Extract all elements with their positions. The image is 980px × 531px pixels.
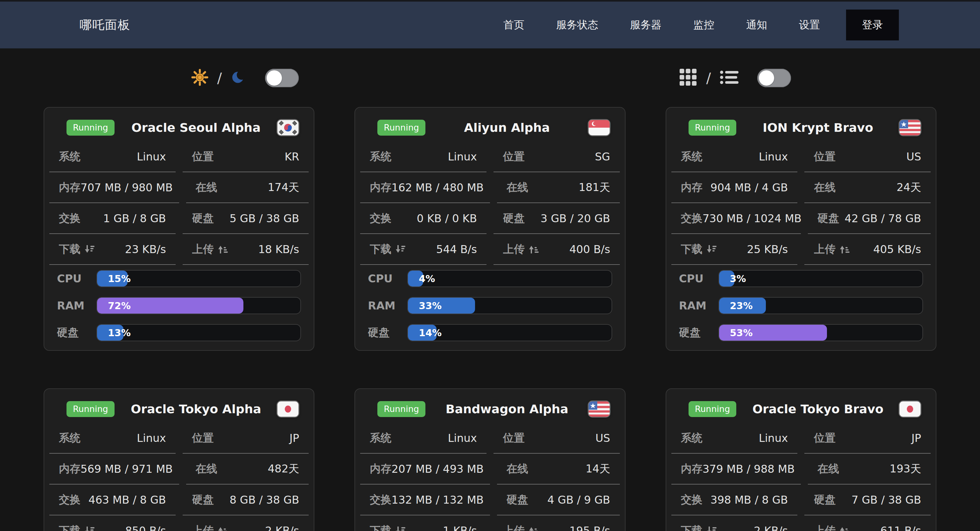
theme-toggle-switch[interactable] xyxy=(265,69,299,87)
system-value: Linux xyxy=(448,432,477,445)
progress-percent: 15% xyxy=(108,273,131,284)
country-flag-icon xyxy=(899,402,921,417)
progress-track: 72% xyxy=(96,297,301,314)
nav-item-monitoring[interactable]: 监控 xyxy=(693,18,714,32)
disk-value: 4 GB / 9 GB xyxy=(547,493,610,506)
swap-label: 交换 xyxy=(59,493,81,507)
server-info-table: 系统 Linux 位置 KR 内存 707 MB / 980 MB 在线 174… xyxy=(49,141,309,265)
bar-label: RAM xyxy=(679,299,719,312)
login-button[interactable]: 登录 xyxy=(846,10,899,40)
server-card[interactable]: Running Oracle Tokyo Bravo 系统 Linux 位置 J… xyxy=(666,388,936,531)
memory-value: 707 MB / 980 MB xyxy=(81,181,173,194)
download-value: 850 B/s xyxy=(125,524,166,531)
server-card[interactable]: Running Oracle Seoul Alpha 系统 Linux 位置 K… xyxy=(44,107,314,351)
server-name: Oracle Seoul Alpha xyxy=(115,121,278,135)
progress-percent: 4% xyxy=(419,273,435,284)
server-card[interactable]: Running ION Krypt Bravo 系统 Linux 位置 US 内… xyxy=(666,107,936,351)
info-row-memory-uptime: 内存 162 MB / 480 MB 在线 181天 xyxy=(360,172,619,203)
server-info-table: 系统 Linux 位置 JP 内存 379 MB / 988 MB 在线 193… xyxy=(671,423,931,531)
nav-item-home[interactable]: 首页 xyxy=(503,18,524,32)
location-label: 位置 xyxy=(503,149,525,164)
uptime-label: 在线 xyxy=(506,180,528,195)
bar-label: CPU xyxy=(368,272,407,285)
swap-label: 交换 xyxy=(370,211,391,226)
disk-label: 硬盘 xyxy=(506,493,528,507)
server-name: Aliyun Alpha xyxy=(425,121,589,135)
upload-label: 上传 xyxy=(814,242,850,257)
server-name: Bandwagon Alpha xyxy=(425,402,589,416)
server-name: ION Krypt Bravo xyxy=(736,121,899,135)
server-card-header: Running Oracle Tokyo Alpha xyxy=(44,400,314,418)
system-value: Linux xyxy=(137,432,166,445)
status-badge: Running xyxy=(377,120,425,136)
server-card[interactable]: Running Aliyun Alpha 系统 Linux 位置 SG 内存 1… xyxy=(355,107,625,351)
theme-separator: / xyxy=(217,70,222,86)
nav-item-notifications[interactable]: 通知 xyxy=(746,18,767,32)
location-label: 位置 xyxy=(814,431,835,445)
location-value: US xyxy=(907,150,921,163)
upload-sort-icon xyxy=(218,244,228,254)
server-name: Oracle Tokyo Alpha xyxy=(115,402,278,416)
disk-value: 3 GB / 20 GB xyxy=(541,212,610,225)
country-flag-icon xyxy=(589,402,609,417)
country-flag-icon xyxy=(589,120,609,135)
country-flag-icon xyxy=(277,402,299,417)
info-row-system-location: 系统 Linux 位置 KR xyxy=(49,141,309,172)
disk-value: 5 GB / 38 GB xyxy=(229,212,299,225)
download-label: 下载 xyxy=(370,242,406,257)
server-card-header: Running Bandwagon Alpha xyxy=(355,400,625,418)
location-label: 位置 xyxy=(192,149,214,164)
server-info-table: 系统 Linux 位置 SG 内存 162 MB / 480 MB 在线 181… xyxy=(360,141,619,265)
upload-label: 上传 xyxy=(503,242,539,257)
swap-label: 交换 xyxy=(681,211,703,226)
nav-item-service-status[interactable]: 服务状态 xyxy=(556,18,598,32)
progress-track: 3% xyxy=(719,270,923,287)
server-info-table: 系统 Linux 位置 JP 内存 569 MB / 971 MB 在线 482… xyxy=(49,423,309,531)
info-row-network: 下载 1 KB/s 上传 xyxy=(360,515,619,531)
system-label: 系统 xyxy=(681,431,703,445)
swap-label: 交换 xyxy=(59,211,81,226)
info-row-memory-uptime: 内存 569 MB / 971 MB 在线 482天 xyxy=(49,454,309,485)
memory-label: 内存 xyxy=(370,180,391,195)
progress-track: 4% xyxy=(407,270,612,287)
info-row-system-location: 系统 Linux 位置 JP xyxy=(671,423,931,454)
memory-value: 379 MB / 988 MB xyxy=(703,462,795,475)
location-value: SG xyxy=(595,150,610,163)
progress-percent: 23% xyxy=(730,300,753,311)
nav-item-settings[interactable]: 设置 xyxy=(799,18,820,32)
upload-value: 400 B/s xyxy=(569,243,610,256)
usage-bar-row: 硬盘13% xyxy=(57,324,301,341)
info-row-memory-uptime: 内存 207 MB / 493 MB 在线 14天 xyxy=(360,454,619,485)
download-label: 下载 xyxy=(681,523,716,531)
disk-label: 硬盘 xyxy=(192,211,214,226)
bar-label: 硬盘 xyxy=(679,325,719,340)
memory-label: 内存 xyxy=(681,180,703,195)
view-toggle-group: / xyxy=(490,61,980,95)
info-row-swap-disk: 交换 1 GB / 8 GB 硬盘 5 GB / 38 GB xyxy=(49,203,309,234)
view-toggle-switch[interactable] xyxy=(757,69,791,87)
upload-label: 上传 xyxy=(192,242,228,257)
upload-sort-icon xyxy=(528,244,539,254)
system-label: 系统 xyxy=(59,149,81,164)
disk-label: 硬盘 xyxy=(192,493,214,507)
progress-track: 15% xyxy=(96,270,301,287)
swap-value: 730 MB / 1024 MB xyxy=(703,212,802,225)
usage-bar-row: 硬盘53% xyxy=(679,324,923,341)
uptime-label: 在线 xyxy=(506,462,528,476)
swap-label: 交换 xyxy=(681,493,703,507)
server-card-header: Running Oracle Tokyo Bravo xyxy=(666,400,936,418)
server-card[interactable]: Running Oracle Tokyo Alpha 系统 Linux 位置 J… xyxy=(44,388,314,531)
memory-label: 内存 xyxy=(681,462,703,476)
usage-bar-row: CPU15% xyxy=(57,270,301,287)
swap-label: 交换 xyxy=(370,493,391,507)
disk-value: 7 GB / 38 GB xyxy=(851,493,921,506)
download-sort-icon xyxy=(395,244,406,254)
download-sort-icon xyxy=(84,526,94,531)
location-value: US xyxy=(595,432,610,445)
location-label: 位置 xyxy=(503,431,525,445)
system-label: 系统 xyxy=(370,431,391,445)
nav-item-servers[interactable]: 服务器 xyxy=(630,18,662,32)
usage-bar-row: 硬盘14% xyxy=(368,324,612,341)
server-card[interactable]: Running Bandwagon Alpha 系统 Linux 位置 US 内… xyxy=(355,388,625,531)
bar-label: CPU xyxy=(57,272,96,285)
